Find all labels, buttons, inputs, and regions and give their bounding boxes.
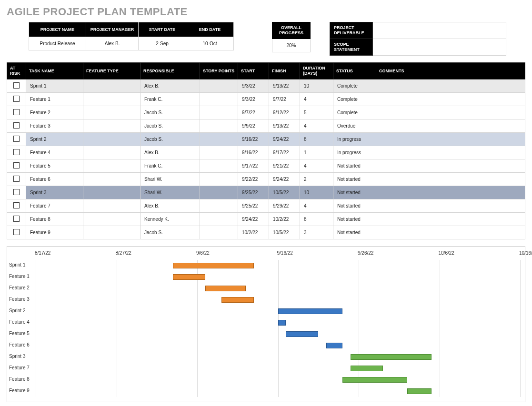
cell-story-points[interactable] (200, 213, 238, 226)
cell-finish[interactable]: 9/7/22 (269, 93, 300, 106)
cell-status[interactable]: Complete (333, 93, 376, 106)
cell-story-points[interactable] (200, 159, 238, 173)
cell-responsible[interactable]: Frank C. (141, 93, 200, 106)
checkbox-icon[interactable] (13, 109, 20, 115)
cell-comments[interactable] (376, 186, 525, 199)
cell-duration[interactable]: 10 (300, 79, 333, 93)
cell-finish[interactable]: 9/24/22 (269, 173, 300, 186)
cell-start[interactable]: 9/22/22 (238, 173, 269, 186)
cell-task-name[interactable]: Feature 6 (26, 173, 83, 186)
cell-responsible[interactable]: Shari W. (141, 173, 200, 186)
cell-responsible[interactable]: Jacob S. (141, 133, 200, 146)
checkbox-icon[interactable] (13, 149, 20, 155)
cell-status[interactable]: Overdue (333, 119, 376, 133)
cell-finish[interactable]: 10/5/22 (269, 226, 300, 239)
cell-finish[interactable]: 10/2/22 (269, 213, 300, 226)
cell-start[interactable]: 9/25/22 (238, 199, 269, 213)
cell-duration[interactable]: 3 (300, 226, 333, 239)
cell-feature-type[interactable] (83, 93, 141, 106)
val-end-date[interactable]: 10-Oct (186, 37, 234, 50)
cell-status[interactable]: In progress (333, 146, 376, 159)
cell-story-points[interactable] (200, 146, 238, 159)
cell-comments[interactable] (376, 79, 525, 93)
cell-status[interactable]: Complete (333, 79, 376, 93)
cell-responsible[interactable]: Jacob S. (141, 106, 200, 119)
cell-start[interactable]: 9/7/22 (238, 106, 269, 119)
val-project-name[interactable]: Product Release (29, 37, 86, 50)
val-start-date[interactable]: 2-Sep (139, 37, 186, 50)
cell-finish[interactable]: 9/17/22 (269, 146, 300, 159)
cell-responsible[interactable]: Shari W. (141, 186, 200, 199)
cell-feature-type[interactable] (83, 159, 141, 173)
cell-start[interactable]: 10/2/22 (238, 226, 269, 239)
cell-status[interactable]: Complete (333, 106, 376, 119)
cell-comments[interactable] (376, 159, 525, 173)
checkbox-icon[interactable] (13, 176, 20, 182)
cell-responsible[interactable]: Alex B. (141, 79, 200, 93)
cell-start[interactable]: 9/16/22 (238, 133, 269, 146)
cell-status[interactable]: Not started (333, 213, 376, 226)
val-deliverable[interactable] (373, 22, 506, 39)
cell-duration[interactable]: 4 (300, 93, 333, 106)
cell-feature-type[interactable] (83, 199, 141, 213)
cell-status[interactable]: Not started (333, 199, 376, 213)
cell-responsible[interactable]: Frank C. (141, 159, 200, 173)
cell-responsible[interactable]: Jacob S. (141, 119, 200, 133)
cell-feature-type[interactable] (83, 226, 141, 239)
cell-story-points[interactable] (200, 199, 238, 213)
cell-start[interactable]: 9/17/22 (238, 159, 269, 173)
cell-duration[interactable]: 1 (300, 146, 333, 159)
cell-task-name[interactable]: Feature 4 (26, 146, 83, 159)
cell-start[interactable]: 9/25/22 (238, 186, 269, 199)
cell-comments[interactable] (376, 213, 525, 226)
cell-feature-type[interactable] (83, 186, 141, 199)
cell-story-points[interactable] (200, 186, 238, 199)
cell-story-points[interactable] (200, 133, 238, 146)
cell-task-name[interactable]: Sprint 3 (26, 186, 83, 199)
cell-start[interactable]: 9/24/22 (238, 213, 269, 226)
cell-finish[interactable]: 9/13/22 (269, 119, 300, 133)
cell-task-name[interactable]: Feature 5 (26, 159, 83, 173)
cell-finish[interactable]: 9/29/22 (269, 199, 300, 213)
cell-feature-type[interactable] (83, 146, 141, 159)
cell-start[interactable]: 9/3/22 (238, 93, 269, 106)
checkbox-icon[interactable] (13, 162, 20, 168)
cell-feature-type[interactable] (83, 106, 141, 119)
cell-duration[interactable]: 4 (300, 119, 333, 133)
checkbox-icon[interactable] (13, 136, 20, 142)
cell-start[interactable]: 9/3/22 (238, 79, 269, 93)
cell-story-points[interactable] (200, 119, 238, 133)
cell-story-points[interactable] (200, 79, 238, 93)
cell-duration[interactable]: 10 (300, 186, 333, 199)
checkbox-icon[interactable] (13, 202, 20, 208)
cell-responsible[interactable]: Alex B. (141, 199, 200, 213)
cell-comments[interactable] (376, 199, 525, 213)
cell-duration[interactable]: 5 (300, 106, 333, 119)
cell-finish[interactable]: 9/24/22 (269, 133, 300, 146)
cell-feature-type[interactable] (83, 173, 141, 186)
cell-status[interactable]: Not started (333, 159, 376, 173)
cell-duration[interactable]: 8 (300, 133, 333, 146)
cell-task-name[interactable]: Feature 7 (26, 199, 83, 213)
cell-task-name[interactable]: Sprint 2 (26, 133, 83, 146)
checkbox-icon[interactable] (13, 82, 20, 89)
cell-status[interactable]: Not started (333, 173, 376, 186)
cell-task-name[interactable]: Feature 2 (26, 106, 83, 119)
cell-start[interactable]: 9/9/22 (238, 119, 269, 133)
cell-finish[interactable]: 9/21/22 (269, 159, 300, 173)
cell-responsible[interactable]: Alex B. (141, 146, 200, 159)
cell-feature-type[interactable] (83, 213, 141, 226)
checkbox-icon[interactable] (13, 229, 20, 235)
checkbox-icon[interactable] (13, 189, 20, 195)
cell-responsible[interactable]: Kennedy K. (141, 213, 200, 226)
cell-comments[interactable] (376, 146, 525, 159)
cell-status[interactable]: Not started (333, 186, 376, 199)
cell-task-name[interactable]: Sprint 1 (26, 79, 83, 93)
cell-task-name[interactable]: Feature 3 (26, 119, 83, 133)
cell-status[interactable]: In progress (333, 133, 376, 146)
cell-status[interactable]: Not started (333, 226, 376, 239)
checkbox-icon[interactable] (13, 96, 20, 102)
cell-feature-type[interactable] (83, 79, 141, 93)
cell-task-name[interactable]: Feature 9 (26, 226, 83, 239)
cell-comments[interactable] (376, 106, 525, 119)
